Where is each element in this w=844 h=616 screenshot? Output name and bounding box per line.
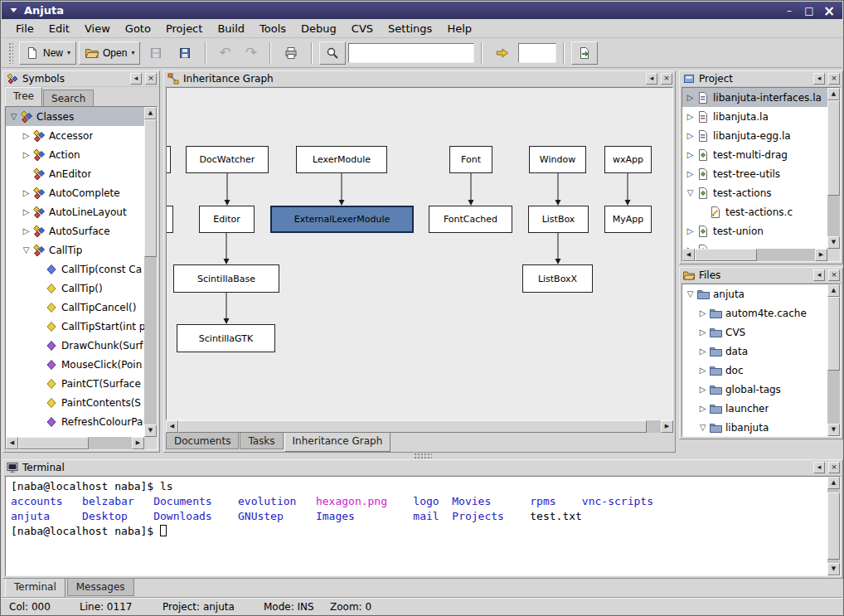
search-input[interactable] bbox=[348, 43, 474, 63]
symbols-item-autosurface[interactable]: ▷AutoSurface bbox=[6, 221, 144, 240]
expander-closed-icon[interactable]: ▷ bbox=[21, 131, 32, 140]
graph-node-listboxx[interactable]: ListBoxX bbox=[522, 264, 593, 293]
scroll-trough[interactable] bbox=[178, 420, 661, 433]
menu-project[interactable]: Project bbox=[158, 20, 210, 37]
graph-node-listbox[interactable]: ListBox bbox=[528, 206, 589, 233]
terminal-output[interactable]: [naba@localhost naba]$ lsaccounts belzab… bbox=[6, 477, 827, 575]
symbols-item-paintcontents-s[interactable]: PaintContents(S bbox=[6, 393, 144, 412]
symbols-tab-tree[interactable]: Tree bbox=[5, 87, 42, 106]
menu-goto[interactable]: Goto bbox=[118, 20, 158, 37]
symbols-item-calltip-const-ca[interactable]: CallTip(const Ca bbox=[6, 259, 144, 279]
scroll-thumb[interactable] bbox=[18, 437, 89, 449]
graph-node-lexermodule[interactable]: LexerModule bbox=[296, 146, 387, 173]
symbols-item-drawchunk-surf[interactable]: DrawChunk(Surf bbox=[6, 336, 144, 355]
files-item-cvs[interactable]: ▷CVS bbox=[682, 323, 827, 342]
menu-cvs[interactable]: CVS bbox=[344, 20, 381, 37]
scroll-thumb[interactable] bbox=[695, 249, 757, 261]
symbols-item-calltip[interactable]: CallTip() bbox=[6, 279, 144, 298]
symbols-tab-search[interactable]: Search bbox=[43, 90, 94, 106]
print-button[interactable] bbox=[278, 41, 304, 65]
scroll-trough[interactable] bbox=[827, 489, 840, 563]
project-undock-button[interactable]: ◂ bbox=[813, 73, 825, 85]
scroll-down-icon[interactable]: ▼ bbox=[827, 563, 840, 575]
jump-button[interactable] bbox=[571, 41, 598, 65]
expander-closed-icon[interactable]: ▷ bbox=[685, 93, 696, 102]
graph-node-item[interactable] bbox=[166, 206, 173, 233]
scroll-up-icon[interactable]: ▲ bbox=[827, 477, 840, 489]
symbols-item-calltipcancel[interactable]: CallTipCancel() bbox=[6, 298, 144, 317]
expander-closed-icon[interactable]: ▷ bbox=[697, 366, 708, 375]
symbols-item-action[interactable]: ▷Action bbox=[6, 145, 144, 164]
dock-grip[interactable] bbox=[414, 453, 432, 458]
expander-closed-icon[interactable]: ▷ bbox=[21, 226, 32, 235]
new-dropdown-icon[interactable]: ▾ bbox=[67, 49, 70, 56]
menu-tools[interactable]: Tools bbox=[252, 20, 293, 37]
scroll-right-icon[interactable]: ▶ bbox=[815, 249, 827, 261]
project-item-libanjuta-egg-la[interactable]: ▷libanjuta-egg.la bbox=[682, 126, 827, 145]
redo-button[interactable]: ↷ bbox=[240, 41, 263, 65]
files-undock-button[interactable]: ◂ bbox=[813, 269, 825, 281]
scroll-trough[interactable] bbox=[144, 119, 157, 424]
files-item-global-tags[interactable]: ▷global-tags bbox=[682, 380, 827, 399]
graph-node-font[interactable]: Font bbox=[449, 146, 492, 173]
symbols-item-refreshcolourpa[interactable]: RefreshColourPa bbox=[6, 412, 144, 431]
files-item-launcher[interactable]: ▷launcher bbox=[682, 399, 827, 418]
graph-node-scintillabase[interactable]: ScintillaBase bbox=[173, 264, 279, 293]
find-button[interactable] bbox=[319, 41, 346, 65]
graph-node-window[interactable]: Window bbox=[529, 146, 586, 173]
expander-closed-icon[interactable]: ▷ bbox=[21, 207, 32, 216]
scroll-down-icon[interactable]: ▼ bbox=[827, 424, 840, 436]
maximize-button[interactable]: □ bbox=[802, 2, 817, 19]
scroll-thumb[interactable] bbox=[827, 100, 840, 196]
project-item-test-tree-utils[interactable]: ▷test-tree-utils bbox=[682, 164, 827, 183]
project-vertical-scrollbar[interactable]: ▲▼ bbox=[827, 88, 840, 249]
menu-build[interactable]: Build bbox=[210, 20, 252, 37]
close-button[interactable]: × bbox=[822, 2, 837, 19]
graph-node-externallexermodule[interactable]: ExternalLexerModule bbox=[270, 206, 414, 233]
files-vertical-scrollbar[interactable]: ▲▼ bbox=[827, 284, 840, 436]
symbols-undock-button[interactable]: ◂ bbox=[130, 73, 142, 85]
symbols-close-button[interactable]: × bbox=[145, 73, 157, 85]
scroll-right-icon[interactable]: ▶ bbox=[132, 437, 144, 449]
toolbar-grip[interactable] bbox=[8, 42, 13, 64]
scroll-trough[interactable] bbox=[827, 100, 840, 236]
scroll-trough[interactable] bbox=[18, 437, 132, 449]
terminal-close-button[interactable]: × bbox=[828, 462, 840, 473]
graph-node-wxapp[interactable]: wxApp bbox=[604, 146, 652, 173]
symbols-item-classes[interactable]: ▽Classes bbox=[6, 107, 144, 126]
menu-help[interactable]: Help bbox=[439, 20, 479, 37]
scroll-thumb[interactable] bbox=[144, 119, 157, 257]
center-tab-tasks[interactable]: Tasks bbox=[240, 433, 283, 449]
expander-closed-icon[interactable]: ▷ bbox=[697, 404, 708, 413]
scroll-up-icon[interactable]: ▲ bbox=[827, 284, 840, 297]
expander-closed-icon[interactable]: ▷ bbox=[697, 327, 708, 337]
scroll-trough[interactable] bbox=[695, 249, 815, 261]
graph-node-editor[interactable]: Editor bbox=[199, 206, 255, 233]
center-tab-inheritance-graph[interactable]: Inheritance Graph bbox=[284, 433, 391, 452]
scroll-thumb[interactable] bbox=[827, 297, 840, 371]
symbols-item-autocomplete[interactable]: ▷AutoComplete bbox=[6, 183, 144, 202]
expander-closed-icon[interactable]: ▷ bbox=[697, 347, 708, 356]
graph-undock-button[interactable]: ◂ bbox=[646, 73, 657, 85]
files-item-autom4te-cache[interactable]: ▷autom4te.cache bbox=[682, 303, 827, 323]
scroll-up-icon[interactable]: ▲ bbox=[144, 107, 157, 119]
project-item-item[interactable]: ▷ bbox=[682, 240, 827, 249]
expander-closed-icon[interactable]: ▷ bbox=[21, 150, 32, 159]
menu-debug[interactable]: Debug bbox=[293, 20, 344, 37]
menu-settings[interactable]: Settings bbox=[381, 20, 439, 37]
graph-node-docwatcher[interactable]: DocWatcher bbox=[186, 146, 269, 173]
expander-open-icon[interactable]: ▽ bbox=[685, 188, 696, 197]
expander-open-icon[interactable]: ▽ bbox=[21, 245, 32, 255]
expander-closed-icon[interactable]: ▷ bbox=[697, 385, 708, 394]
expander-closed-icon[interactable]: ▷ bbox=[697, 308, 708, 318]
pane-tab-messages[interactable]: Messages bbox=[67, 579, 134, 596]
scroll-down-icon[interactable]: ▼ bbox=[144, 424, 157, 437]
files-item-libanjuta[interactable]: ▽libanjuta bbox=[682, 418, 827, 436]
scroll-left-icon[interactable]: ◀ bbox=[6, 437, 18, 449]
expander-closed-icon[interactable]: ▷ bbox=[685, 131, 696, 140]
graph-node-fontcached[interactable]: FontCached bbox=[429, 206, 512, 233]
expander-open-icon[interactable]: ▽ bbox=[697, 423, 708, 432]
expander-open-icon[interactable]: ▽ bbox=[685, 289, 696, 298]
scroll-down-icon[interactable]: ▼ bbox=[827, 236, 840, 249]
files-item-doc[interactable]: ▷doc bbox=[682, 361, 827, 380]
